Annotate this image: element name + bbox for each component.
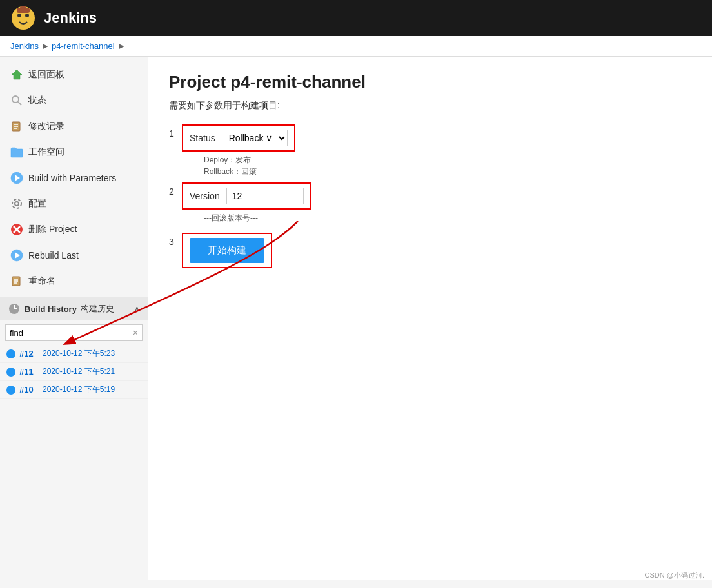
build-history-icon (8, 302, 21, 315)
build-status-dot (6, 368, 15, 377)
watermark: CSDN @小码过河. (645, 571, 704, 580)
breadcrumb-jenkins[interactable]: Jenkins (10, 41, 39, 51)
build-history-title-en: Build History (25, 304, 77, 314)
build-history-title-cn: 构建历史 (81, 303, 114, 315)
rename-icon (10, 275, 23, 288)
build-number-link[interactable]: #11 (19, 367, 39, 377)
sidebar-item-delete[interactable]: 删除 Project (0, 217, 148, 242)
svg-point-16 (12, 199, 21, 208)
sidebar-item-status[interactable]: 状态 (0, 88, 148, 113)
sidebar-item-configure[interactable]: 配置 (0, 191, 148, 217)
jenkins-logo-icon (10, 5, 36, 31)
param-row-2: 2 Version ---回滚版本号--- (169, 182, 691, 224)
status-param-label: Status (190, 133, 215, 143)
breadcrumb: Jenkins ▶ p4-remit-channel ▶ (0, 36, 712, 57)
sidebar-item-back[interactable]: 返回面板 (0, 62, 148, 88)
build-history-header[interactable]: Build History 构建历史 ∧ (0, 297, 148, 320)
delete-icon (10, 223, 23, 236)
build-number-link[interactable]: #12 (19, 349, 39, 358)
home-up-icon (10, 68, 23, 81)
sidebar-item-build-params[interactable]: Build with Parameters (0, 165, 148, 191)
build-search-box[interactable]: × (5, 324, 143, 341)
build-history-section: Build History 构建历史 ∧ × #12 2020-10-12 下午… (0, 297, 148, 399)
sidebar-label-workspace: 工作空间 (28, 146, 64, 158)
sidebar-item-workspace[interactable]: 工作空间 (0, 139, 148, 165)
sidebar-label-configure: 配置 (28, 198, 46, 210)
sidebar-item-rename[interactable]: 重命名 (0, 268, 148, 294)
build-number-link[interactable]: #10 (19, 385, 39, 395)
breadcrumb-project[interactable]: p4-remit-channel (52, 41, 115, 51)
project-subtitle: 需要如下参数用于构建项目: (169, 100, 691, 112)
sidebar-label-build-params: Build with Parameters (28, 173, 116, 183)
svg-point-15 (15, 202, 19, 206)
app-header: Jenkins (0, 0, 712, 36)
list-item: #12 2020-10-12 下午5:23 (0, 345, 148, 363)
sidebar-item-rebuild[interactable]: Rebuild Last (0, 242, 148, 268)
folder-icon (10, 146, 23, 159)
params-area: 1 Status Deploy Rollback ∨ Deploy：发布 Rol… (169, 124, 691, 271)
sidebar-label-back: 返回面板 (28, 69, 64, 81)
status-param-box: Status Deploy Rollback ∨ (182, 124, 295, 152)
sidebar-label-delete: 删除 Project (28, 224, 77, 235)
build-list: #12 2020-10-12 下午5:23 #11 2020-10-12 下午5… (0, 345, 148, 399)
sidebar-label-changelog: 修改记录 (28, 121, 64, 132)
build-search-input[interactable] (10, 328, 133, 338)
main-content: Project p4-remit-channel 需要如下参数用于构建项目: 1… (148, 57, 712, 580)
sidebar-item-changelog[interactable]: 修改记录 (0, 113, 148, 139)
step-number-2: 2 (169, 182, 182, 197)
project-title: Project p4-remit-channel (169, 72, 691, 92)
build-params-icon (10, 172, 23, 184)
status-param-select[interactable]: Deploy Rollback ∨ (222, 130, 288, 146)
version-param-input[interactable] (226, 188, 304, 204)
param-row-1: 1 Status Deploy Rollback ∨ Deploy：发布 Rol… (169, 124, 691, 177)
main-layout: 返回面板 状态 修改记录 工作空间 Build with Parameters (0, 57, 712, 580)
build-button-box: 开始构建 (182, 233, 272, 268)
version-param-label: Version (190, 191, 220, 201)
list-item: #11 2020-10-12 下午5:21 (0, 363, 148, 381)
step-number-3: 3 (169, 233, 182, 247)
rebuild-icon (10, 249, 23, 262)
status-hint-rollback: Rollback：回滚 (204, 167, 257, 176)
list-item: #10 2020-10-12 下午5:19 (0, 381, 148, 399)
step-number-1: 1 (169, 124, 182, 139)
build-timestamp-link[interactable]: 2020-10-12 下午5:21 (43, 366, 115, 377)
svg-point-1 (17, 14, 21, 17)
start-build-button[interactable]: 开始构建 (190, 238, 264, 263)
search-clear-icon[interactable]: × (133, 328, 138, 338)
version-param-box: Version (182, 182, 312, 210)
sidebar-label-rebuild: Rebuild Last (28, 250, 79, 260)
svg-rect-28 (14, 308, 17, 309)
build-status-dot (6, 386, 15, 395)
build-timestamp-link[interactable]: 2020-10-12 下午5:19 (43, 384, 115, 395)
build-button-row: 3 开始构建 (169, 233, 691, 268)
svg-rect-6 (15, 76, 18, 79)
svg-line-8 (18, 102, 21, 105)
svg-rect-4 (20, 6, 26, 10)
sidebar-label-rename: 重命名 (28, 275, 55, 287)
breadcrumb-sep-2: ▶ (119, 42, 124, 50)
sidebar-label-status: 状态 (28, 95, 46, 106)
app-title: Jenkins (44, 10, 97, 26)
version-hint: ---回滚版本号--- (204, 213, 258, 222)
chevron-up-icon: ∧ (134, 304, 140, 313)
sidebar: 返回面板 状态 修改记录 工作空间 Build with Parameters (0, 57, 148, 580)
edit-icon (10, 120, 23, 133)
svg-point-2 (25, 14, 29, 17)
gear-icon (10, 197, 23, 210)
breadcrumb-sep-1: ▶ (43, 42, 48, 50)
search-icon (10, 94, 23, 107)
build-timestamp-link[interactable]: 2020-10-12 下午5:23 (43, 348, 115, 359)
svg-point-7 (12, 96, 19, 103)
build-status-dot (6, 349, 15, 358)
status-hint-deploy: Deploy：发布 (204, 155, 251, 164)
